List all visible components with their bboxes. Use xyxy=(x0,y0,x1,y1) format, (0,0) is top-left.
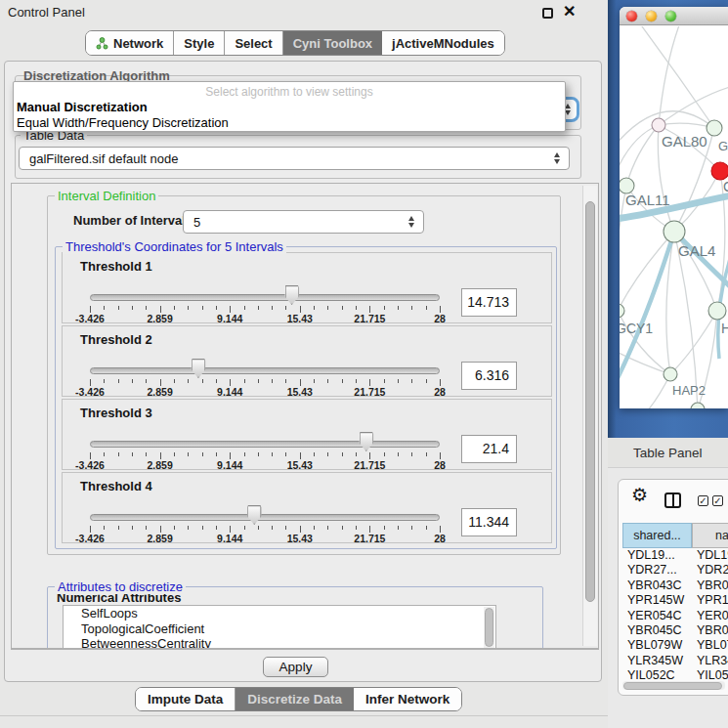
tick-mark xyxy=(327,526,328,530)
threshold-value-field[interactable]: 6.316 xyxy=(461,362,517,390)
tab-impute-data[interactable]: Impute Data xyxy=(136,688,236,710)
tick-mark xyxy=(244,526,245,530)
attribute-item[interactable]: BetweennessCentrality xyxy=(64,636,495,649)
node-label-HAP2: HAP2 xyxy=(672,383,706,398)
checkbox-icon[interactable]: ✓ xyxy=(712,495,723,506)
table-row[interactable]: YBL079WYBL07 xyxy=(622,638,728,653)
float-window-icon[interactable] xyxy=(542,8,553,19)
tick-mark xyxy=(369,452,370,459)
list-scrollbar-thumb[interactable] xyxy=(485,608,493,647)
close-icon[interactable]: ✕ xyxy=(563,2,576,21)
algorithm-hint: Select algorithm to view settings xyxy=(14,82,565,99)
network-node-GCY1[interactable] xyxy=(620,304,624,318)
network-node-GAL80[interactable] xyxy=(652,118,665,132)
slider-thumb[interactable] xyxy=(284,285,299,305)
tab-cyni-toolbox[interactable]: Cyni Toolbox xyxy=(283,31,382,55)
tick-label: 28 xyxy=(434,533,446,544)
network-node-H[interactable] xyxy=(708,302,726,320)
tick-mark xyxy=(398,452,399,456)
tick-mark xyxy=(132,526,133,530)
slider-thumb[interactable] xyxy=(359,432,373,451)
column-header-2[interactable]: na xyxy=(692,523,728,548)
gear-icon[interactable]: ⚙ xyxy=(631,484,648,506)
slider-track[interactable] xyxy=(90,294,440,301)
slider-track[interactable] xyxy=(90,367,440,374)
network-window-titlebar[interactable] xyxy=(620,7,728,25)
table-row[interactable]: YDL19...YDL19 xyxy=(622,548,728,563)
table-row[interactable]: YBR045CYBR04 xyxy=(622,623,728,638)
network-node-HAP2[interactable] xyxy=(664,367,677,381)
network-thick-edge[interactable] xyxy=(674,232,728,288)
tick-mark xyxy=(174,452,175,456)
bottom-tab-bar: Impute DataDiscretize DataInfer Network xyxy=(135,687,462,711)
horizontal-scrollbar-thumb[interactable] xyxy=(623,682,722,690)
table-cell: YER05 xyxy=(692,609,728,623)
tab-infer-network[interactable]: Infer Network xyxy=(354,688,461,710)
tab-discretize-data[interactable]: Discretize Data xyxy=(236,688,354,710)
algorithm-option[interactable]: Manual Discretization xyxy=(14,99,565,114)
checkbox-icon[interactable]: ✓ xyxy=(698,495,708,506)
slider-thumb[interactable] xyxy=(247,505,262,525)
stepper-arrows-icon xyxy=(554,152,561,164)
attribute-item[interactable]: SelfLoops xyxy=(64,606,495,621)
threshold-box: Threshold 2-3.4262.8599.14415.4321.71528… xyxy=(62,325,552,397)
tick-mark xyxy=(342,306,343,310)
column-header-1[interactable]: shared... xyxy=(622,523,692,548)
tick-label: 9.144 xyxy=(217,459,242,471)
vertical-scrollbar xyxy=(582,186,597,646)
attribute-item[interactable]: TopologicalCoefficient xyxy=(64,621,495,637)
close-traffic-light-icon[interactable] xyxy=(626,11,637,21)
slider-track[interactable] xyxy=(90,514,440,521)
tick-mark xyxy=(426,379,427,383)
network-node-GA[interactable] xyxy=(707,120,722,136)
tab-style[interactable]: Style xyxy=(174,31,225,55)
network-canvas[interactable]: GAL80GACGAL11GAL4GCY1HHAP2 xyxy=(620,26,728,408)
table-row[interactable]: YBR043CYBR04 xyxy=(622,578,728,593)
tick-mark xyxy=(174,379,175,383)
network-edge[interactable] xyxy=(659,87,728,125)
apply-button[interactable]: Apply xyxy=(263,657,328,677)
vertical-scrollbar-thumb[interactable] xyxy=(585,201,595,602)
threshold-value-field[interactable]: 14.713 xyxy=(461,288,517,317)
network-edge[interactable] xyxy=(620,232,674,311)
tab-label: Network xyxy=(113,36,163,51)
network-node-node[interactable] xyxy=(691,403,705,408)
table-row[interactable]: YLR345WYLR34 xyxy=(622,654,728,668)
threshold-value-field[interactable]: 21.4 xyxy=(461,435,517,463)
tick-mark xyxy=(327,452,328,456)
tick-mark xyxy=(314,379,315,383)
slider-thumb[interactable] xyxy=(191,359,205,378)
node-label-H: H xyxy=(721,321,728,336)
number-of-intervals-combobox[interactable]: 5 xyxy=(183,210,424,234)
threshold-value-field[interactable]: 11.344 xyxy=(461,508,517,536)
tick-mark xyxy=(104,379,105,383)
slider-track[interactable] xyxy=(90,441,440,448)
tick-label: 28 xyxy=(434,386,446,398)
table-panel: ⚙ ✓ ✓ shared...naYDL19...YDL19YDR27...YD… xyxy=(618,479,728,696)
column-layout-icon[interactable] xyxy=(664,492,681,508)
network-edge[interactable] xyxy=(659,26,680,125)
minimize-traffic-light-icon[interactable] xyxy=(646,11,657,21)
tick-mark xyxy=(342,526,343,530)
network-edge[interactable] xyxy=(659,123,714,128)
tick-mark xyxy=(356,306,357,310)
algorithm-option[interactable]: Equal Width/Frequency Discretization xyxy=(14,114,565,130)
tick-mark xyxy=(160,452,161,459)
tab-jactivemnodules[interactable]: jActiveMNodules xyxy=(382,31,504,55)
network-node-GAL4[interactable] xyxy=(664,221,685,242)
tick-mark xyxy=(327,379,328,383)
tick-mark xyxy=(285,526,286,530)
tick-mark xyxy=(272,526,273,530)
tab-select[interactable]: Select xyxy=(225,31,282,55)
network-node-C[interactable] xyxy=(711,162,728,180)
zoom-traffic-light-icon[interactable] xyxy=(665,11,676,21)
table-row[interactable]: YER054CYER05 xyxy=(622,609,728,623)
tick-mark xyxy=(272,306,273,310)
tab-network[interactable]: Network xyxy=(86,31,174,55)
tick-label: 9.144 xyxy=(217,386,242,398)
table-row[interactable]: YDR27...YDR27 xyxy=(622,563,728,578)
table-data-combobox[interactable]: galFiltered.sif default node xyxy=(19,147,570,170)
tick-mark xyxy=(258,526,259,530)
slider-zone: -3.4262.8599.14415.4321.71528 xyxy=(90,326,440,398)
table-row[interactable]: YPR145WYPR14 xyxy=(622,593,728,608)
